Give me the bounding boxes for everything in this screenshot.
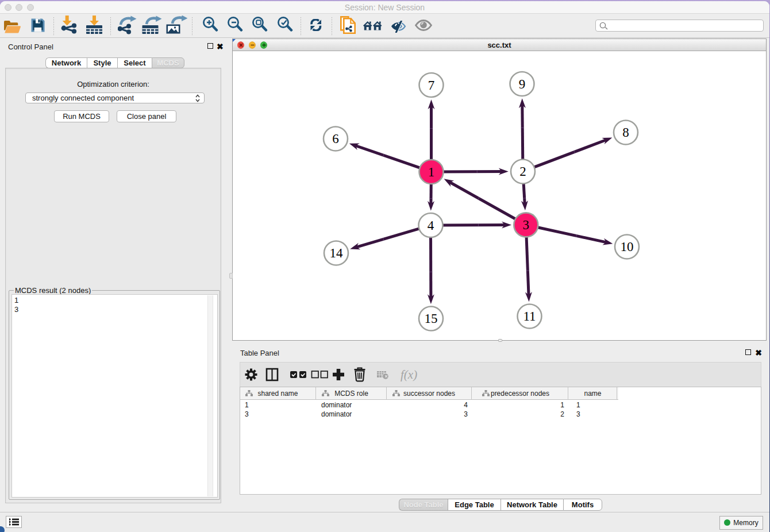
svg-text:10: 10 bbox=[621, 240, 634, 254]
svg-text:8: 8 bbox=[622, 125, 629, 140]
svg-text:3: 3 bbox=[523, 218, 530, 232]
svg-text:4: 4 bbox=[428, 218, 434, 233]
svg-text:1: 1 bbox=[428, 165, 435, 179]
svg-text:15: 15 bbox=[425, 311, 438, 326]
svg-text:f(x): f(x) bbox=[401, 368, 417, 381]
svg-text:6: 6 bbox=[332, 132, 339, 146]
svg-text:11: 11 bbox=[523, 309, 536, 323]
svg-text:14: 14 bbox=[330, 246, 344, 260]
svg-text:7: 7 bbox=[428, 78, 435, 92]
svg-text:9: 9 bbox=[519, 77, 526, 91]
svg-text:2: 2 bbox=[519, 164, 526, 179]
